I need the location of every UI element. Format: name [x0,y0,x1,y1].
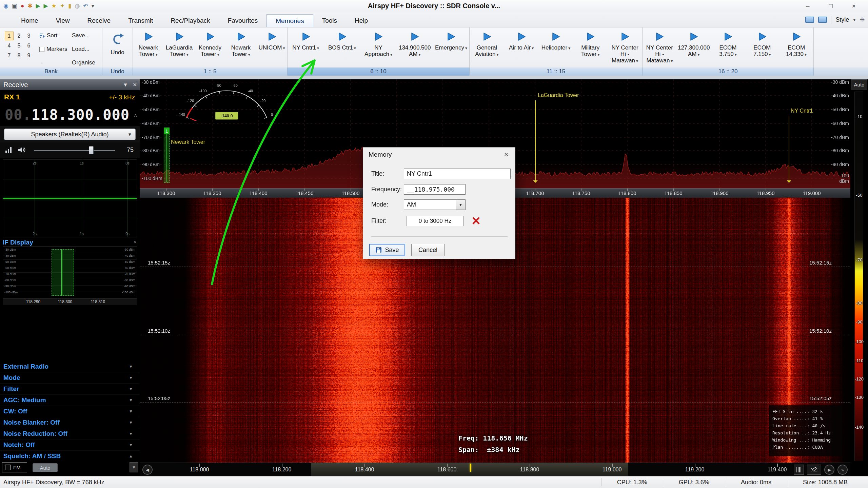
volume-slider[interactable] [34,150,115,151]
tab-memories[interactable]: Memories [267,14,313,27]
if-frequency-ruler[interactable]: 118.290118.300118.310 [3,298,137,305]
dialog-titlebar[interactable]: Memory × [363,148,515,162]
frequency-input[interactable]: __118.975.000 [404,184,466,195]
option-filter[interactable]: Filter▼ [0,384,140,395]
memory-button-newark-tower[interactable]: Newark Tower▾ [225,27,256,67]
chevron-up-icon[interactable]: ˄ [134,239,136,245]
undo-button[interactable]: Undo [102,27,133,67]
chevron-up-icon[interactable]: ˄ [134,113,137,118]
bank-number-4[interactable]: 4 [5,41,14,50]
style-menu[interactable]: Style [835,16,849,23]
fm-checkbox[interactable]: FM [2,462,27,472]
tab-view[interactable]: View [47,14,79,27]
play-icon[interactable]: ▶ [36,3,40,9]
option-agc[interactable]: AGC: Medium▼ [0,395,140,406]
favourite-icon[interactable]: ★ [52,3,57,9]
memory-button-134-900-500-am[interactable]: 134.900.500 AM▾ [397,27,433,67]
bank-number-6[interactable]: 6 [24,41,33,50]
bank-number-9[interactable]: 9 [24,51,33,60]
memory-button-helicopter[interactable]: Helicopter▾ [539,27,573,67]
bank-number-3[interactable]: 3 [24,32,33,40]
if-display-header[interactable]: IF Display ˄ [0,238,140,246]
minimize-button[interactable]: – [796,0,819,12]
palette-gradient-bar[interactable] [854,92,863,461]
band-options-button[interactable] [794,465,804,475]
option-cw[interactable]: CW: Off▼ [0,406,140,417]
tab-tools[interactable]: Tools [313,14,346,27]
replay-icon[interactable]: ▶ [44,3,48,9]
option-noise-blanker[interactable]: Noise Blanker: Off▼ [0,417,140,428]
save-bank-button[interactable]: Save... [72,32,90,39]
tab-favourites[interactable]: Favourites [219,14,267,27]
chevron-down-icon[interactable]: ▼ [123,82,128,88]
bank-number-8[interactable]: 8 [15,51,23,60]
speaker-icon[interactable] [18,146,26,154]
gear-icon[interactable]: ✳ [860,16,865,23]
title-input[interactable]: NY Cntr1 [404,169,511,179]
memory-button-military-tower[interactable]: Military Tower▾ [573,27,608,67]
memory-button-127-300-000-am[interactable]: 127.300.000 AM▾ [677,27,711,67]
rx-tolerance[interactable]: +/- 3 kHz [109,94,135,101]
audio-scope[interactable]: 2s1s0s 2s1s0s [3,159,137,237]
close-icon[interactable]: × [499,148,514,161]
tab-home[interactable]: Home [12,14,47,27]
memory-button-ny-center-hi-matawan[interactable]: NY Center Hi - Matawan▾ [643,27,677,67]
option-noise-reduction[interactable]: Noise Reduction: Off▼ [0,428,140,440]
organise-button[interactable]: Organise [72,59,95,66]
memory-button-kennedy-tower[interactable]: Kennedy Tower▾ [195,27,225,67]
option-notch[interactable]: Notch: Off▼ [0,440,140,451]
if-filter-passband[interactable] [52,249,74,296]
memory-button-ny-cntr1[interactable]: NY Cntr1▾ [288,27,324,67]
frequency-display[interactable]: 00.118.300.000 [5,106,130,123]
mic-icon[interactable]: ◍ [75,3,80,9]
tab-receive[interactable]: Receive [79,14,120,27]
sort-button[interactable]: Sort [39,32,57,39]
memory-button-bos-ctr1[interactable]: BOS Ctr1▾ [324,27,360,67]
bank-number-2[interactable]: 2 [15,32,23,40]
memory-button-ecom-7-150[interactable]: ECOM 7.150▾ [745,27,779,67]
memory-button-unicom[interactable]: UNICOM▾ [256,27,287,67]
settings-icon[interactable]: ✱ [27,3,32,9]
more-icon[interactable]: ▾ [92,3,95,9]
option-mode[interactable]: Mode▼ [0,372,140,384]
volume-slider-thumb[interactable] [89,146,94,154]
close-button[interactable]: × [842,0,865,12]
memory-button-ny-center-hi-matawan[interactable]: NY Center Hi - Matawan▾ [608,27,642,67]
record-icon[interactable]: ● [21,3,24,9]
delete-filter-button[interactable] [471,216,481,226]
memory-button-laguardia-tower[interactable]: LaGuardia Tower▾ [164,27,195,67]
tab-transmit[interactable]: Transmit [119,14,162,27]
display-icon[interactable]: ▣ [12,3,17,9]
memory-button-ecom-3-750[interactable]: ECOM 3.750▾ [711,27,745,67]
monitor-icon[interactable] [818,17,827,23]
receive-panel-header[interactable]: Receive ▼ ✕ [0,79,140,90]
key-icon[interactable]: ✦ [60,3,65,9]
memory-button-ecom-14-330[interactable]: ECOM 14.330▾ [779,27,813,67]
app-icon[interactable]: ◉ [3,3,8,9]
mode-select[interactable]: AM ▼ [404,199,466,210]
rx-tuning-marker[interactable]: 1 [164,128,170,183]
undo-icon[interactable]: ↶ [83,3,88,9]
save-button[interactable]: Save [369,244,405,256]
bank-number-1[interactable]: 1 [5,32,14,40]
memory-button-ny-approach[interactable]: NY Approach▾ [360,27,396,67]
levels-icon[interactable] [5,146,13,154]
markers-checkbox[interactable]: Markers [39,46,67,53]
scroll-down-button[interactable]: ▼ [130,462,138,472]
close-icon[interactable]: ✕ [133,82,137,88]
lock-icon[interactable]: ▮ [68,3,71,9]
memory-button-air-to-air[interactable]: Air to Air▾ [504,27,539,67]
scroll-right-button[interactable]: ▶ [824,465,834,475]
memory-button-newark-tower[interactable]: Newark Tower▾ [133,27,164,67]
scroll-end-button[interactable]: » [837,465,848,475]
memory-button-emergency[interactable]: Emergency▾ [433,27,469,67]
bank-number-5[interactable]: 5 [15,41,23,50]
band-navigator-ruler[interactable]: 118.000118.200118.400118.600118.800119.0… [140,463,850,476]
maximize-button[interactable]: □ [819,0,842,12]
bank-number-7[interactable]: 7 [5,51,14,60]
monitor-icon[interactable] [805,17,814,23]
load-bank-button[interactable]: Load... [72,46,90,53]
palette-auto-button[interactable]: Auto [851,79,867,90]
scroll-left-button[interactable]: ◀ [142,465,153,475]
option-external-radio[interactable]: External Radio▼ [0,361,140,372]
